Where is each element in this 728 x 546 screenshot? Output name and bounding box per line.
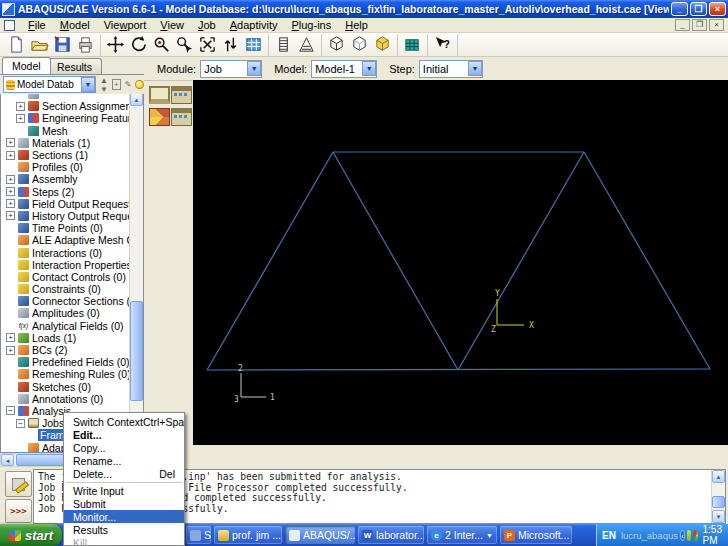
tree-item-history-output-reques[interactable]: +History Output Reques xyxy=(1,210,130,222)
tree-expander-icon[interactable]: + xyxy=(6,333,15,342)
context-menu-monitor[interactable]: Monitor... xyxy=(64,510,184,523)
toolbar-context-help-button[interactable]: ? xyxy=(431,34,454,56)
tree-item-analytical-fields-0[interactable]: f(x)Analytical Fields (0) xyxy=(1,320,130,332)
context-menu-submit[interactable]: Submit xyxy=(64,497,184,510)
toolbar-open-button[interactable] xyxy=(28,34,51,56)
toolbar-zoom-select-button[interactable] xyxy=(173,34,196,56)
message-area-button[interactable] xyxy=(5,471,32,497)
message-scrollbar[interactable]: ▲ ▼ xyxy=(711,470,725,523)
toolbar-zoom-button[interactable] xyxy=(150,34,173,56)
expand-all-icon[interactable]: + xyxy=(112,79,121,90)
tree-expander-icon[interactable]: + xyxy=(6,187,15,196)
taskbar-task-microsoft[interactable]: PMicrosoft... xyxy=(500,526,572,544)
tree-expander-icon[interactable]: + xyxy=(6,199,15,208)
tree-item-annotations-0[interactable]: Annotations (0) xyxy=(1,393,130,405)
menu-file[interactable]: File xyxy=(21,18,53,32)
context-menu-rename[interactable]: Rename... xyxy=(64,454,184,467)
message-scroll-thumb[interactable] xyxy=(712,496,725,508)
tree-expander-icon[interactable]: + xyxy=(16,102,25,111)
tab-model[interactable]: Model xyxy=(2,57,51,74)
tree-item-time-points-0[interactable]: Time Points (0) xyxy=(1,222,130,234)
taskbar-task-laborator[interactable]: Wlaborator... xyxy=(358,526,424,544)
close-button[interactable]: × xyxy=(709,2,726,16)
tree-item-remeshing-rules-0[interactable]: Remeshing Rules (0) xyxy=(1,368,130,380)
tree-item-contact-controls-0[interactable]: Contact Controls (0) xyxy=(1,271,130,283)
tree-vertical-scrollbar[interactable]: ▲ ▼ xyxy=(129,93,143,451)
task-group-dropdown-icon[interactable]: ▼ xyxy=(486,532,493,539)
tree-item-connector-sections-0[interactable]: Connector Sections (0) xyxy=(1,295,130,307)
spin-arrows-icon[interactable]: ▲▼ xyxy=(100,76,108,94)
context-menu-switch-context[interactable]: Switch ContextCtrl+Space xyxy=(64,415,184,428)
mdi-restore-button[interactable]: ❐ xyxy=(692,19,707,31)
context-menu-copy[interactable]: Copy... xyxy=(64,441,184,454)
tree-item-section-assignments[interactable]: +Section Assignments xyxy=(1,100,130,112)
tree-expander-icon[interactable]: + xyxy=(6,175,15,184)
toolbar-print-button[interactable] xyxy=(74,34,97,56)
tree-scroll-thumb[interactable] xyxy=(130,301,143,401)
menu-viewport[interactable]: Viewport xyxy=(97,18,154,32)
tree-item-ale-adaptive-mesh-co[interactable]: ALE Adaptive Mesh Co xyxy=(1,234,130,246)
create-adaptivity-process-button[interactable] xyxy=(149,108,170,126)
toolbar-auto-fit-button[interactable] xyxy=(219,34,242,56)
tree-item-constraints-0[interactable]: Constraints (0) xyxy=(1,283,130,295)
taskbar-task-abaqus[interactable]: ABAQUS/... xyxy=(285,526,355,544)
tree-expander-icon[interactable]: + xyxy=(16,114,25,123)
combo-dropdown-icon[interactable]: ▼ xyxy=(81,77,95,92)
tab-results[interactable]: Results xyxy=(47,58,102,74)
taskbar-task-2-inter[interactable]: e2 Inter...▼ xyxy=(427,526,497,544)
context-menu-write-input[interactable]: Write Input xyxy=(64,484,184,497)
taskbar-task-s[interactable]: S ... xyxy=(186,526,211,544)
tree-expander-icon[interactable]: + xyxy=(6,138,15,147)
scroll-down-icon[interactable]: ▼ xyxy=(712,510,725,523)
tray-messenger-icon[interactable]: ‹ xyxy=(680,530,685,541)
toolbar-spreadsheet-button[interactable] xyxy=(242,34,265,56)
menu-view[interactable]: View xyxy=(153,18,191,32)
tree-item-mesh[interactable]: Mesh xyxy=(1,125,130,137)
tray-app-icon[interactable] xyxy=(687,530,691,541)
tree-expander-icon[interactable]: − xyxy=(6,406,15,415)
scroll-up-icon[interactable]: ▲ xyxy=(130,93,143,106)
tray-update-icon[interactable] xyxy=(693,530,697,541)
combo-dropdown-icon[interactable]: ▼ xyxy=(247,61,261,76)
tree-item-engineering-features[interactable]: +Engineering Features xyxy=(1,112,130,124)
toolbar-new-button[interactable] xyxy=(5,34,28,56)
tree-expander-icon[interactable]: + xyxy=(6,151,15,160)
toolbar-fit-view-button[interactable] xyxy=(196,34,219,56)
tree-item-amplitudes-0[interactable]: Amplitudes (0) xyxy=(1,307,130,319)
toolbar-save-button[interactable] xyxy=(51,34,74,56)
filter-icon[interactable]: ✎ xyxy=(125,80,132,89)
tree-item-sections-1[interactable]: +Sections (1) xyxy=(1,149,130,161)
menu-adaptivity[interactable]: Adaptivity xyxy=(223,18,285,32)
menu-help[interactable]: Help xyxy=(338,18,375,32)
module-combo[interactable]: Job▼ xyxy=(200,60,262,78)
combo-dropdown-icon[interactable]: ▼ xyxy=(468,61,482,76)
adaptivity-manager-button[interactable] xyxy=(171,108,192,126)
toolbar-rotate-button[interactable] xyxy=(127,34,150,56)
tree-expander-icon[interactable]: − xyxy=(16,419,25,428)
model-database-combo[interactable]: Model Datab ▼ xyxy=(3,76,96,93)
toolbar-render-wireframe-button[interactable] xyxy=(272,34,295,56)
start-button[interactable]: start xyxy=(0,524,62,546)
job-manager-button[interactable] xyxy=(171,86,192,104)
step-combo[interactable]: Initial▼ xyxy=(419,60,483,78)
scroll-left-icon[interactable]: ◄ xyxy=(1,454,14,466)
toolbar-view-hidden-button[interactable] xyxy=(348,34,371,56)
mdi-minimize-button[interactable]: _ xyxy=(675,19,690,31)
tips-icon[interactable] xyxy=(135,80,144,89)
context-menu-edit[interactable]: Edit... xyxy=(64,428,184,441)
toolbar-mesh-button[interactable] xyxy=(401,34,424,56)
tree-item-partial[interactable] xyxy=(1,93,130,100)
tree-item-steps-2[interactable]: +Steps (2) xyxy=(1,186,130,198)
tree-item-field-output-requests[interactable]: +Field Output Requests xyxy=(1,198,130,210)
tree-item-sketches-0[interactable]: Sketches (0) xyxy=(1,381,130,393)
tree-item-interactions-0[interactable]: Interactions (0) xyxy=(1,246,130,258)
context-menu-delete[interactable]: Delete...Del xyxy=(64,467,184,480)
viewport-canvas[interactable]: YXZ213 xyxy=(193,80,728,445)
context-menu-results[interactable]: Results xyxy=(64,523,184,536)
model-combo[interactable]: Model-1▼ xyxy=(311,60,377,78)
create-job-button[interactable] xyxy=(149,86,170,104)
menu-model[interactable]: Model xyxy=(53,18,97,32)
toolbar-view-shaded-button[interactable] xyxy=(371,34,394,56)
minimize-button[interactable]: _ xyxy=(671,2,688,16)
menu-job[interactable]: Job xyxy=(191,18,223,32)
